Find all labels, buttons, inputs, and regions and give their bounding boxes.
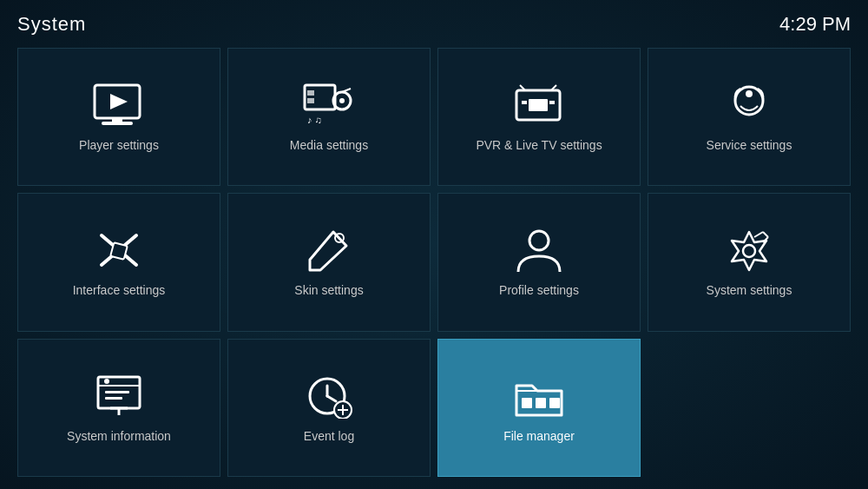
page-title: System [17,13,86,36]
pvr-icon [511,82,568,129]
svg-rect-32 [105,397,122,400]
tile-event-log[interactable]: Event log [227,339,431,477]
skin-icon [301,227,358,274]
svg-text:♪ ♫: ♪ ♫ [307,115,322,125]
tile-system-information[interactable]: System information [17,339,220,477]
svg-rect-15 [522,101,527,104]
tile-label-system-information: System information [67,429,171,443]
svg-line-37 [327,396,336,401]
svg-point-8 [339,98,345,103]
tile-label-interface-settings: Interface settings [73,283,166,297]
svg-point-18 [746,90,753,97]
interface-icon [91,227,148,274]
tile-label-file-manager: File manager [503,429,575,443]
profile-icon [511,227,568,274]
svg-line-9 [342,89,351,92]
tile-label-service-settings: Service settings [707,138,792,152]
tile-interface-settings[interactable]: Interface settings [17,193,220,331]
player-icon [91,82,148,129]
tile-label-event-log: Event log [304,429,354,443]
files-icon [511,373,568,420]
tile-media-settings[interactable]: ♪ ♫ Media settings [227,48,431,186]
settings-grid: Player settings ♪ ♫ Media settings PVR &… [0,44,868,486]
svg-rect-6 [307,98,314,103]
svg-rect-16 [549,101,555,104]
svg-point-30 [104,379,109,384]
svg-rect-3 [112,118,122,122]
svg-rect-43 [549,398,560,408]
svg-rect-4 [305,85,335,109]
svg-line-26 [763,232,768,237]
tile-skin-settings[interactable]: Skin settings [227,193,431,331]
service-icon [721,82,778,129]
tile-label-skin-settings: Skin settings [294,283,363,297]
tile-pvr-settings[interactable]: PVR & Live TV settings [437,48,641,186]
svg-rect-42 [536,398,546,408]
tile-label-media-settings: Media settings [290,138,368,152]
tile-label-pvr-settings: PVR & Live TV settings [476,138,602,152]
svg-point-23 [529,231,549,250]
tile-system-settings[interactable]: System settings [648,193,851,331]
system-icon [721,227,778,274]
svg-line-25 [754,232,763,237]
eventlog-icon [301,373,358,420]
tile-label-profile-settings: Profile settings [499,283,579,297]
tile-profile-settings[interactable]: Profile settings [437,193,641,331]
info-icon [91,373,148,420]
svg-rect-5 [307,90,314,96]
tile-label-system-settings: System settings [707,283,792,297]
svg-rect-41 [522,398,532,408]
svg-rect-21 [110,242,128,260]
tile-service-settings[interactable]: Service settings [648,48,851,186]
header: System 4:29 PM [0,0,868,44]
tile-player-settings[interactable]: Player settings [17,48,220,186]
tile-file-manager[interactable]: File manager [437,339,641,477]
media-icon: ♪ ♫ [301,82,358,129]
svg-marker-1 [110,94,128,109]
svg-rect-14 [529,99,548,111]
svg-point-24 [743,245,755,257]
svg-rect-2 [102,122,133,125]
tile-label-player-settings: Player settings [79,138,159,152]
clock: 4:29 PM [779,13,851,36]
svg-rect-31 [105,391,129,393]
